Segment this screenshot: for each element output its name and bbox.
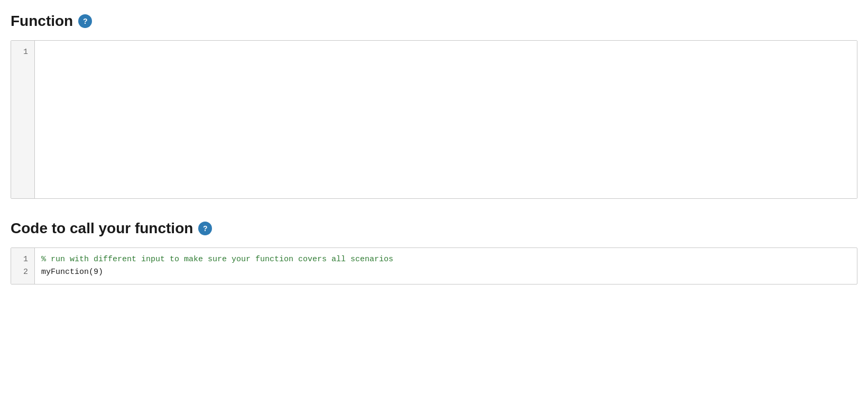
code-line-2: myFunction(9)	[41, 266, 851, 279]
code-section: Code to call your function ? 1 2 % run w…	[11, 220, 857, 284]
function-line-numbers: 1	[11, 41, 35, 198]
code-content: % run with different input to make sure …	[35, 248, 857, 284]
code-section-title: Code to call your function ?	[11, 220, 857, 237]
code-editor: 1 2 % run with different input to make s…	[11, 247, 857, 284]
function-title: Function ?	[11, 13, 857, 30]
function-code-input[interactable]	[35, 41, 857, 198]
function-editor[interactable]: 1	[11, 40, 857, 199]
code-line-1: % run with different input to make sure …	[41, 253, 851, 266]
code-section-title-text: Code to call your function	[11, 220, 193, 237]
code-line-number-1: 1	[17, 253, 28, 266]
function-section: Function ? 1	[11, 13, 857, 199]
code-line-numbers: 1 2	[11, 248, 35, 284]
function-help-icon[interactable]: ?	[78, 14, 92, 28]
code-line-number-2: 2	[17, 266, 28, 279]
function-line-number-1: 1	[23, 48, 28, 57]
function-title-text: Function	[11, 13, 73, 30]
code-help-icon[interactable]: ?	[198, 222, 212, 235]
